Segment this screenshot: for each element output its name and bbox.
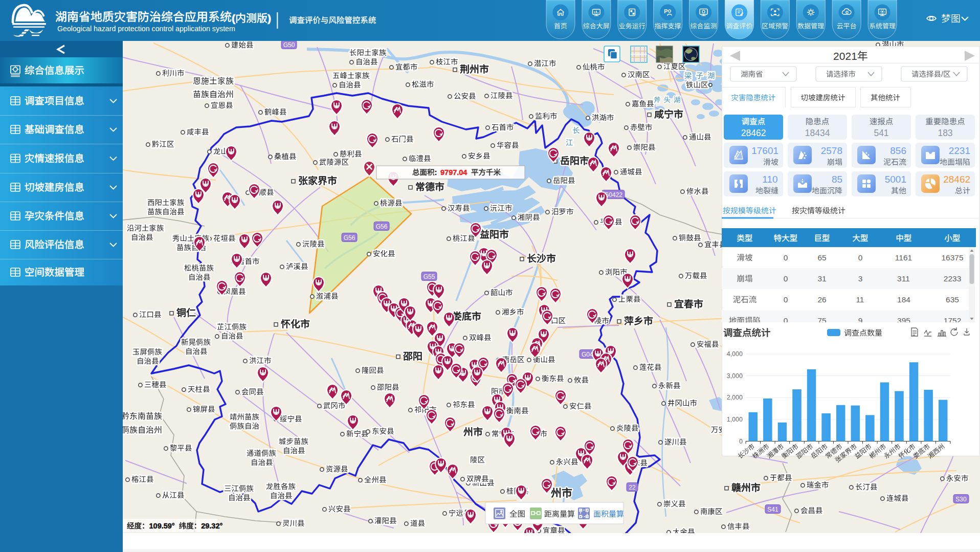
svg-text:G56: G56 xyxy=(376,223,388,230)
svg-text:2,000: 2,000 xyxy=(727,394,743,401)
svg-text:22: 22 xyxy=(629,484,636,491)
svg-text:5001: 5001 xyxy=(885,174,906,185)
svg-text:(: ( xyxy=(232,12,235,24)
svg-text:): ) xyxy=(268,12,271,24)
svg-text:183: 183 xyxy=(938,128,952,138)
svg-text:11: 11 xyxy=(856,295,864,304)
svg-text:29.32°: 29.32° xyxy=(201,522,222,530)
svg-text:2233: 2233 xyxy=(944,274,961,283)
svg-text:G55: G55 xyxy=(424,273,435,280)
svg-text:17601: 17601 xyxy=(751,145,778,156)
svg-text:9797.04: 9797.04 xyxy=(440,168,467,176)
svg-text:0: 0 xyxy=(784,253,788,262)
svg-text:S30: S30 xyxy=(955,496,967,503)
svg-text:P: P xyxy=(664,8,667,14)
svg-text:4,000: 4,000 xyxy=(727,350,743,358)
svg-text:26: 26 xyxy=(817,295,826,304)
svg-text:S41: S41 xyxy=(767,506,778,513)
svg-text:G50: G50 xyxy=(283,41,295,49)
svg-text:0: 0 xyxy=(739,438,743,445)
svg-text:1,000: 1,000 xyxy=(727,416,743,423)
svg-text:Geological hazard protection c: Geological hazard protection control app… xyxy=(57,25,235,33)
svg-text:109.59°: 109.59° xyxy=(149,522,175,530)
svg-text:18434: 18434 xyxy=(805,128,830,138)
svg-text:856: 856 xyxy=(890,145,906,156)
svg-text:28462: 28462 xyxy=(943,174,970,185)
svg-text:16375: 16375 xyxy=(941,253,963,262)
svg-text:0: 0 xyxy=(858,253,863,262)
svg-text:G56: G56 xyxy=(344,234,355,241)
svg-text:2578: 2578 xyxy=(821,145,842,156)
svg-text:28462: 28462 xyxy=(741,128,766,138)
svg-text::: : xyxy=(435,168,437,176)
svg-text:1161: 1161 xyxy=(895,253,912,262)
svg-text:541: 541 xyxy=(874,128,888,138)
svg-text:3: 3 xyxy=(858,274,863,283)
svg-text:2021: 2021 xyxy=(833,50,857,62)
svg-text:85: 85 xyxy=(832,174,842,185)
svg-text:635: 635 xyxy=(946,295,959,304)
svg-text:2231: 2231 xyxy=(949,145,970,156)
svg-text:110: 110 xyxy=(762,174,777,185)
svg-text:0: 0 xyxy=(784,274,788,283)
svg-text:311: 311 xyxy=(897,274,910,283)
svg-text:3,000: 3,000 xyxy=(727,372,743,380)
svg-text:184: 184 xyxy=(897,295,910,304)
svg-text:65: 65 xyxy=(817,253,826,262)
svg-text:0: 0 xyxy=(784,295,788,304)
svg-text:31: 31 xyxy=(817,274,826,283)
